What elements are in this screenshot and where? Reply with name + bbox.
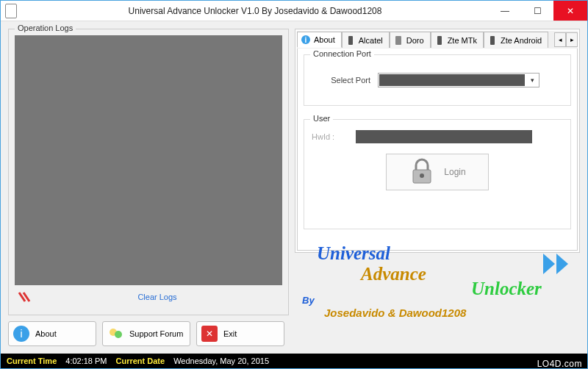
app-window: Universal Advance Unlocker V1.0 By Josed… [0,0,588,369]
tab-zteandroid[interactable]: Zte Android [484,32,548,48]
status-bar: Current Time 4:02:18 PM Current Date Wed… [1,354,587,368]
lock-icon [409,157,435,188]
hwid-field[interactable] [356,130,532,143]
clear-logs-link[interactable]: Clear Logs [32,293,282,301]
svg-point-1 [115,331,122,338]
exit-button[interactable]: ✕ Exit [196,321,284,346]
user-group-label: User [310,114,333,123]
info-icon: i [301,35,311,45]
window-controls: — ☐ ✕ [489,1,587,21]
hwid-label: HwId : [312,132,348,141]
tab-alcatel[interactable]: Alcatel [342,32,390,48]
minimize-button[interactable]: — [489,1,521,21]
connection-port-group: Connection Port Select Port ▾ [304,54,571,106]
close-button[interactable]: ✕ [553,1,587,21]
operation-logs-label: Operation Logs [15,24,76,32]
select-port-value [379,74,525,86]
tab-body-about: Connection Port Select Port ▾ User [297,49,578,251]
select-port-dropdown[interactable]: ▾ [378,73,539,87]
log-textarea[interactable] [15,35,282,285]
tab-container: i About Alcatel Doro Zte MTk [295,29,580,253]
action-button-row: i About Support Forum ✕ Exit [8,321,289,346]
svg-rect-4 [348,36,353,45]
login-button[interactable]: Login [386,154,489,190]
tab-strip: i About Alcatel Doro Zte MTk [297,31,578,49]
user-group: User HwId : Login [304,119,571,229]
svg-rect-7 [490,36,495,45]
tab-ztemtk[interactable]: Zte MTk [431,32,484,48]
tab-doro[interactable]: Doro [390,32,431,48]
phone-icon [434,35,445,46]
select-port-label: Select Port [312,76,370,85]
support-forum-label: Support Forum [129,329,183,338]
tab-zteandroid-label: Zte Android [501,36,542,45]
watermark: LO4D.com [537,359,582,369]
phone-icon [393,35,404,46]
svg-rect-5 [395,36,401,45]
tab-scroll-right[interactable]: ▸ [566,32,578,47]
right-column: i About Alcatel Doro Zte MTk [295,29,580,346]
svg-text:i: i [305,36,307,44]
forum-icon [107,326,123,342]
app-icon [5,4,17,18]
connection-port-label: Connection Port [310,49,374,58]
maximize-button[interactable]: ☐ [521,1,553,21]
clear-logs-row: Clear Logs [15,288,282,306]
tab-about[interactable]: i About [297,32,342,48]
chevron-down-icon: ▾ [526,74,539,87]
phone-icon [487,35,498,46]
tab-scroll-buttons: ◂ ▸ [554,32,578,47]
exit-icon: ✕ [201,326,218,342]
support-forum-button[interactable]: Support Forum [102,321,190,346]
exit-button-label: Exit [223,329,237,338]
svg-rect-6 [437,36,442,45]
phone-icon [345,35,356,46]
tab-scroll-left[interactable]: ◂ [554,32,566,47]
tab-alcatel-label: Alcatel [359,36,383,45]
tab-ztemtk-label: Zte MTk [448,36,477,45]
tab-doro-label: Doro [406,36,424,45]
svg-point-9 [420,173,424,178]
left-column: Operation Logs Clear Logs i About [8,29,289,346]
info-icon: i [13,326,29,342]
current-date-label: Current Date [116,357,165,365]
about-button[interactable]: i About [8,321,96,346]
current-time-label: Current Time [7,357,57,365]
current-time-value: 4:02:18 PM [65,357,107,365]
content-area: Operation Logs Clear Logs i About [1,21,587,354]
about-button-label: About [35,329,57,338]
titlebar: Universal Advance Unlocker V1.0 By Josed… [1,1,587,21]
clear-logs-icon [18,291,32,303]
login-button-label: Login [444,167,465,177]
operation-logs-group: Operation Logs Clear Logs [8,29,289,315]
current-date-value: Wednesday, May 20, 2015 [173,357,269,365]
tab-about-label: About [314,35,335,44]
window-title: Universal Advance Unlocker V1.0 By Josed… [21,6,489,16]
